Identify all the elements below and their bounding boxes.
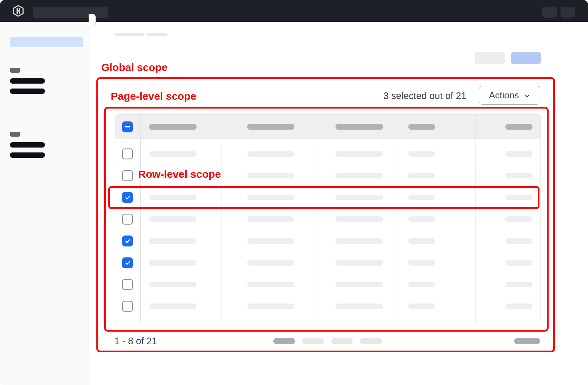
cell-placeholder <box>335 260 383 266</box>
cell-placeholder <box>335 151 383 157</box>
sidebar-item-placeholder[interactable] <box>10 78 45 84</box>
row-checkbox[interactable] <box>122 279 133 290</box>
cell-placeholder <box>505 304 532 309</box>
cell-placeholder <box>247 195 294 200</box>
table-row <box>115 252 541 274</box>
actions-button-label: Actions <box>489 90 519 101</box>
hashicorp-logo-icon <box>13 5 24 17</box>
breadcrumb-placeholder[interactable] <box>147 33 167 36</box>
cell-placeholder <box>335 238 383 244</box>
primary-button-placeholder[interactable] <box>511 52 541 64</box>
cell-placeholder <box>149 282 197 287</box>
cell-placeholder <box>247 282 294 287</box>
topbar-search-placeholder[interactable] <box>33 7 108 18</box>
cell-placeholder <box>335 282 383 287</box>
app-frame: 3 selected out of 21 Actions 1 - 8 of 21 <box>0 0 588 385</box>
page-scope-label: Page-level scope <box>111 91 196 102</box>
cell-placeholder <box>505 151 532 157</box>
cell-placeholder <box>505 195 532 200</box>
cell-placeholder <box>335 195 383 200</box>
cell-placeholder <box>247 173 294 178</box>
row-scope-label: Row-level scope <box>138 169 221 180</box>
pagination-page-placeholder[interactable] <box>360 338 382 344</box>
sidebar <box>0 22 89 385</box>
cell-placeholder <box>505 282 532 287</box>
cell-placeholder <box>149 216 197 222</box>
column-header-placeholder <box>408 124 435 130</box>
selection-summary: 3 selected out of 21 <box>359 91 466 102</box>
column-header-placeholder <box>247 124 294 130</box>
breadcrumb-placeholder[interactable] <box>115 33 144 36</box>
cell-placeholder <box>408 216 435 222</box>
column-header-placeholder <box>149 124 197 130</box>
column-divider <box>319 115 319 323</box>
cell-placeholder <box>247 151 294 157</box>
row-checkbox[interactable] <box>122 214 133 225</box>
cell-placeholder <box>408 238 435 244</box>
table-row <box>115 295 541 317</box>
pagination-page-placeholder[interactable] <box>331 338 353 344</box>
cell-placeholder <box>505 238 532 244</box>
row-checkbox[interactable] <box>122 257 133 268</box>
topbar-action-placeholder-2[interactable] <box>561 7 575 18</box>
cell-placeholder <box>408 195 435 200</box>
cell-placeholder <box>335 304 383 309</box>
top-navigation-bar <box>0 0 588 22</box>
pagination-page-size-placeholder[interactable] <box>514 338 540 344</box>
checkmark-icon <box>124 260 131 266</box>
column-divider <box>140 115 141 323</box>
pagination-page-placeholder[interactable] <box>273 338 295 344</box>
cell-placeholder <box>247 304 294 309</box>
sidebar-item-placeholder[interactable] <box>10 152 45 158</box>
table-row <box>115 143 541 165</box>
pagination-range-text: 1 - 8 of 21 <box>114 336 157 347</box>
row-checkbox[interactable] <box>122 301 133 312</box>
select-all-checkbox[interactable] <box>122 121 133 132</box>
table-row <box>115 274 541 295</box>
actions-button[interactable]: Actions <box>479 86 540 105</box>
sidebar-collapse-handle[interactable] <box>89 14 96 27</box>
chevron-down-icon <box>524 93 530 99</box>
row-checkbox[interactable] <box>122 149 133 159</box>
checkmark-icon <box>124 194 131 201</box>
row-checkbox[interactable] <box>122 236 133 247</box>
sidebar-item-placeholder[interactable] <box>10 89 45 94</box>
column-divider <box>475 115 476 323</box>
cell-placeholder <box>335 216 383 222</box>
checkmark-icon <box>124 238 131 244</box>
table-header-row <box>115 115 541 139</box>
cell-placeholder <box>505 216 532 222</box>
sidebar-group-label-placeholder <box>10 132 20 137</box>
column-header-placeholder <box>505 124 532 130</box>
cell-placeholder <box>408 282 435 287</box>
table-row <box>115 187 541 208</box>
cell-placeholder <box>408 260 435 266</box>
table-row <box>115 230 541 252</box>
secondary-button-placeholder[interactable] <box>475 52 505 64</box>
cell-placeholder <box>247 238 294 244</box>
cell-placeholder <box>149 238 197 244</box>
column-divider <box>222 115 222 323</box>
cell-placeholder <box>247 216 294 222</box>
global-scope-label: Global scope <box>101 62 167 73</box>
cell-placeholder <box>247 260 294 266</box>
column-header-placeholder <box>335 124 383 130</box>
sidebar-active-item-placeholder[interactable] <box>10 37 83 47</box>
sidebar-item-placeholder[interactable] <box>10 142 45 148</box>
indeterminate-dash-icon <box>125 126 130 128</box>
cell-placeholder <box>149 304 197 309</box>
row-checkbox[interactable] <box>122 192 133 203</box>
cell-placeholder <box>505 173 532 178</box>
cell-placeholder <box>408 173 435 178</box>
topbar-action-placeholder-1[interactable] <box>542 7 557 18</box>
cell-placeholder <box>149 260 197 266</box>
table-row <box>115 208 541 230</box>
row-checkbox[interactable] <box>122 170 133 181</box>
sidebar-group-label-placeholder <box>10 68 20 73</box>
pagination-page-placeholder[interactable] <box>302 338 324 344</box>
cell-placeholder <box>505 260 532 266</box>
cell-placeholder <box>408 151 435 157</box>
cell-placeholder <box>149 195 197 200</box>
cell-placeholder <box>335 173 383 178</box>
cell-placeholder <box>408 304 435 309</box>
